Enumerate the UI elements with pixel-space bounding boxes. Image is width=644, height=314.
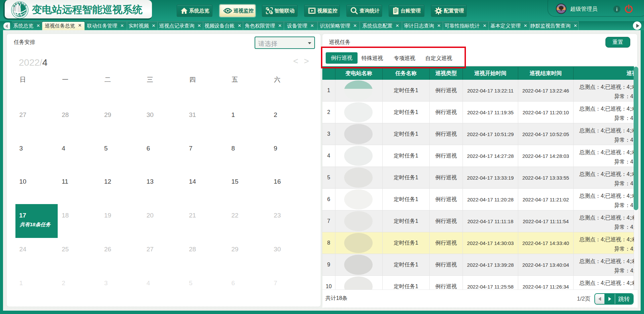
- svg-text:i: i: [616, 6, 618, 12]
